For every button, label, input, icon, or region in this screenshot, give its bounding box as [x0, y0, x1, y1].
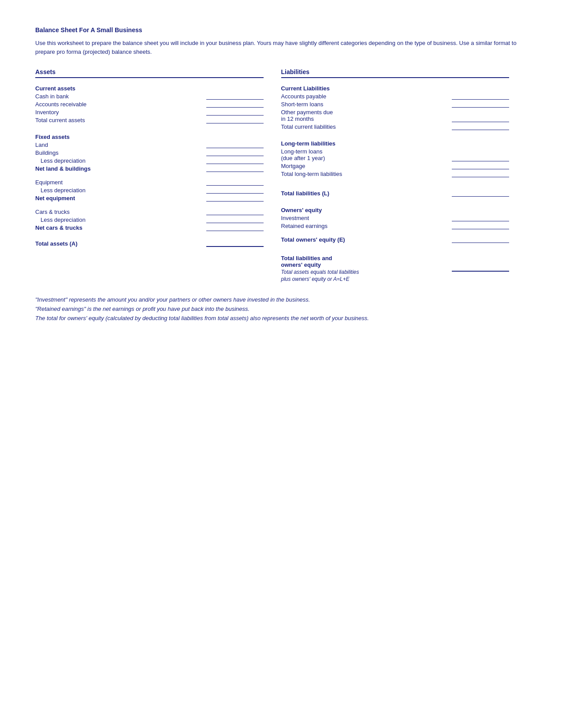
- total-owners-equity-label: Total owners' equity (E): [281, 236, 345, 243]
- buildings-label: Buildings: [35, 149, 59, 156]
- net-equipment-field[interactable]: [206, 195, 264, 202]
- long-term-loans-label: Long-term loans (due after 1 year): [281, 148, 325, 161]
- cars-trucks-label: Cars & trucks: [35, 209, 70, 215]
- net-cars-trucks-label: Net cars & trucks: [35, 224, 82, 231]
- net-land-buildings-row: Net land & buildings: [35, 165, 264, 172]
- inventory-label: Inventory: [35, 109, 59, 116]
- net-land-buildings-field[interactable]: [206, 166, 264, 172]
- retained-earnings-label: Retained earnings: [281, 223, 328, 229]
- buildings-field[interactable]: [206, 150, 264, 156]
- short-term-loans-field[interactable]: [452, 101, 509, 108]
- total-long-term-label: Total long-term liabilities: [281, 171, 342, 177]
- other-payments-label: Other payments due in 12 months: [281, 109, 333, 122]
- total-liabilities-row: Total liabilities (L): [281, 190, 510, 197]
- fixed-assets-title: Fixed assets: [35, 134, 264, 140]
- land-label: Land: [35, 142, 48, 148]
- accounts-payable-field[interactable]: [452, 93, 509, 100]
- footnote-2: "Retained earnings" is the net earnings …: [35, 305, 527, 314]
- total-long-term-field[interactable]: [452, 171, 509, 177]
- total-liab-equity-line2: owners' equity: [281, 261, 359, 268]
- equipment-label: Equipment: [35, 179, 63, 186]
- equipment-field[interactable]: [206, 179, 264, 186]
- total-current-assets-label: Total current assets: [35, 117, 85, 123]
- total-liab-sub1: Total assets equals total liabilities: [281, 269, 359, 275]
- buildings-row: Buildings: [35, 149, 264, 156]
- less-depreciation-3-label: Less depreciation: [41, 217, 86, 223]
- net-land-buildings-label: Net land & buildings: [35, 165, 91, 172]
- page-title: Balance Sheet For A Small Business: [35, 26, 527, 34]
- net-cars-trucks-field[interactable]: [206, 225, 264, 231]
- total-assets-label: Total assets (A): [35, 240, 78, 247]
- assets-header: Assets: [35, 68, 264, 78]
- total-owners-equity-row: Total owners' equity (E): [281, 236, 510, 243]
- less-depreciation-2-label: Less depreciation: [41, 187, 86, 194]
- liabilities-header: Liabilities: [281, 68, 510, 78]
- net-equipment-row: Net equipment: [35, 195, 264, 202]
- less-depreciation-1-label: Less depreciation: [41, 157, 86, 164]
- inventory-row: Inventory: [35, 109, 264, 116]
- total-current-assets-row: Total current assets: [35, 117, 264, 123]
- accounts-receivable-label: Accounts receivable: [35, 101, 86, 108]
- assets-column: Assets Current assets Cash in bank Accou…: [35, 68, 281, 282]
- accounts-receivable-field[interactable]: [206, 101, 264, 108]
- cars-trucks-row: Cars & trucks: [35, 209, 264, 215]
- less-depreciation-2-field[interactable]: [206, 187, 264, 194]
- total-liabilities-field[interactable]: [452, 190, 509, 197]
- total-assets-row: Total assets (A): [35, 240, 264, 247]
- total-owners-equity-field[interactable]: [452, 237, 509, 243]
- total-liab-equity-labels: Total liabilities and owners' equity Tot…: [281, 255, 359, 282]
- short-term-loans-label: Short-term loans: [281, 101, 324, 108]
- mortgage-label: Mortgage: [281, 163, 305, 169]
- other-payments-field[interactable]: [452, 116, 509, 122]
- total-current-liabilities-row: Total current liabilities: [281, 123, 510, 130]
- long-term-loans-row: Long-term loans (due after 1 year): [281, 148, 510, 161]
- total-current-assets-field[interactable]: [206, 117, 264, 123]
- footnote-1: "Investment" represents the amount you a…: [35, 295, 527, 305]
- cash-in-bank-row: Cash in bank: [35, 93, 264, 100]
- long-term-title: Long-term liabilities: [281, 140, 510, 147]
- investment-field[interactable]: [452, 215, 509, 221]
- mortgage-row: Mortgage: [281, 163, 510, 169]
- total-liabilities-label: Total liabilities (L): [281, 190, 330, 197]
- less-depreciation-1-field[interactable]: [206, 158, 264, 164]
- cash-in-bank-label: Cash in bank: [35, 93, 69, 100]
- long-term-loans-field[interactable]: [452, 155, 509, 161]
- equipment-row: Equipment: [35, 179, 264, 186]
- owners-equity-title: Owners' equity: [281, 207, 510, 213]
- current-liabilities-title: Current Liabilities: [281, 85, 510, 92]
- short-term-loans-row: Short-term loans: [281, 101, 510, 108]
- net-cars-trucks-row: Net cars & trucks: [35, 224, 264, 231]
- total-current-liabilities-label: Total current liabilities: [281, 123, 336, 130]
- accounts-payable-label: Accounts payable: [281, 93, 327, 100]
- cars-trucks-field[interactable]: [206, 209, 264, 215]
- intro-text: Use this worksheet to prepare the balanc…: [35, 39, 527, 56]
- other-payments-row: Other payments due in 12 months: [281, 109, 510, 122]
- land-row: Land: [35, 142, 264, 148]
- inventory-field[interactable]: [206, 109, 264, 116]
- liabilities-column: Liabilities Current Liabilities Accounts…: [281, 68, 527, 282]
- accounts-receivable-row: Accounts receivable: [35, 101, 264, 108]
- footnotes: "Investment" represents the amount you a…: [35, 295, 527, 323]
- retained-earnings-field[interactable]: [452, 223, 509, 229]
- cash-in-bank-field[interactable]: [206, 93, 264, 100]
- total-liab-sub2: plus owners' equity or A=L+E: [281, 276, 359, 282]
- total-liab-equity-field[interactable]: [452, 265, 509, 272]
- less-depreciation-3-field[interactable]: [206, 217, 264, 223]
- accounts-payable-row: Accounts payable: [281, 93, 510, 100]
- less-depreciation-3-row: Less depreciation: [35, 217, 264, 223]
- total-current-liabilities-field[interactable]: [452, 124, 509, 130]
- investment-label: Investment: [281, 215, 309, 221]
- net-equipment-label: Net equipment: [35, 195, 75, 202]
- total-liab-equity-section: Total liabilities and owners' equity Tot…: [281, 255, 510, 282]
- less-depreciation-1-row: Less depreciation: [35, 157, 264, 164]
- retained-earnings-row: Retained earnings: [281, 223, 510, 229]
- less-depreciation-2-row: Less depreciation: [35, 187, 264, 194]
- investment-row: Investment: [281, 215, 510, 221]
- footnote-3: The total for owners' equity (calculated…: [35, 314, 527, 323]
- total-long-term-row: Total long-term liabilities: [281, 171, 510, 177]
- land-field[interactable]: [206, 142, 264, 148]
- current-assets-title: Current assets: [35, 85, 264, 92]
- total-liab-equity-line1: Total liabilities and: [281, 255, 359, 261]
- total-assets-field[interactable]: [206, 240, 264, 247]
- mortgage-field[interactable]: [452, 163, 509, 169]
